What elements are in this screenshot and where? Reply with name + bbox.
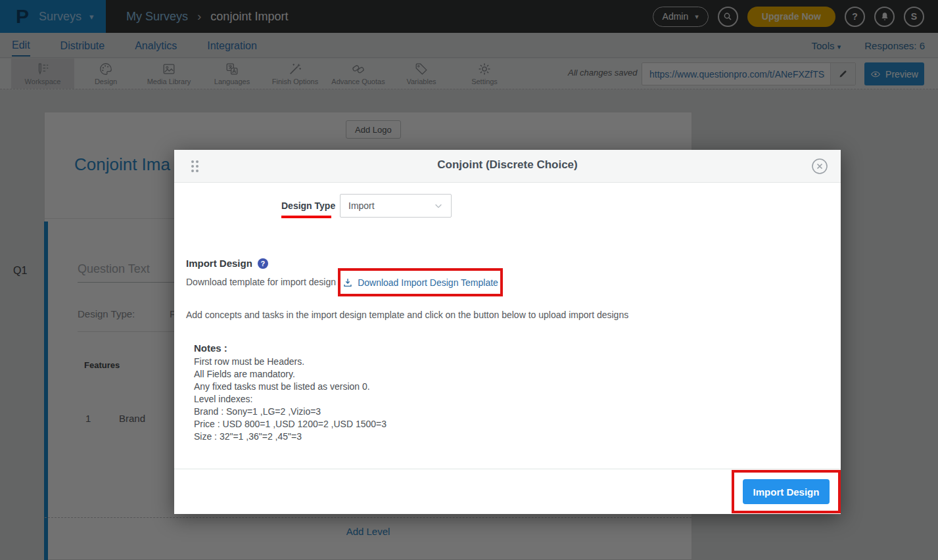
import-instructions: Add concepts and tasks in the import des…: [186, 310, 628, 320]
design-type-selected-value: Import: [348, 200, 375, 211]
download-template-link-label: Download Import Design Template: [358, 277, 498, 288]
note-line: Size : 32"=1 ,36"=2 ,45"=3: [194, 431, 387, 443]
close-button[interactable]: [811, 158, 828, 175]
screen: P Surveys ▾ My Surveys › conjoint Import…: [0, 0, 938, 560]
import-design-button[interactable]: Import Design: [743, 479, 830, 504]
note-line: Level indexes:: [194, 393, 387, 406]
download-icon: [342, 277, 353, 288]
conjoint-modal: Conjoint (Discrete Choice) Design Type I…: [174, 150, 841, 514]
note-line: Any fixed tasks must be listed as versio…: [194, 381, 387, 393]
design-type-select[interactable]: Import: [340, 194, 452, 218]
notes-title: Notes :: [194, 342, 387, 354]
modal-design-type-label: Design Type: [281, 200, 335, 211]
download-template-prompt: Download template for import design: [186, 277, 336, 287]
close-icon: [811, 158, 828, 175]
note-line: All Fields are mandatory.: [194, 368, 387, 381]
help-icon[interactable]: ?: [258, 258, 268, 269]
download-template-link[interactable]: Download Import Design Template: [342, 277, 498, 288]
import-design-heading: Import Design ?: [186, 258, 268, 269]
note-line: Price : USD 800=1 ,USD 1200=2 ,USD 1500=…: [194, 418, 387, 431]
annotation-box-download: Download Import Design Template: [338, 268, 503, 296]
modal-title: Conjoint (Discrete Choice): [174, 158, 841, 172]
active-tab-indicator: [281, 216, 331, 218]
notes-block: Notes : First row must be Headers. All F…: [194, 342, 387, 443]
chevron-down-icon: [434, 201, 443, 210]
note-line: Brand : Sony=1 ,LG=2 ,Vizio=3: [194, 406, 387, 418]
annotation-box-import: Import Design: [732, 470, 841, 513]
note-line: First row must be Headers.: [194, 356, 387, 368]
modal-header: Conjoint (Discrete Choice): [174, 150, 841, 183]
